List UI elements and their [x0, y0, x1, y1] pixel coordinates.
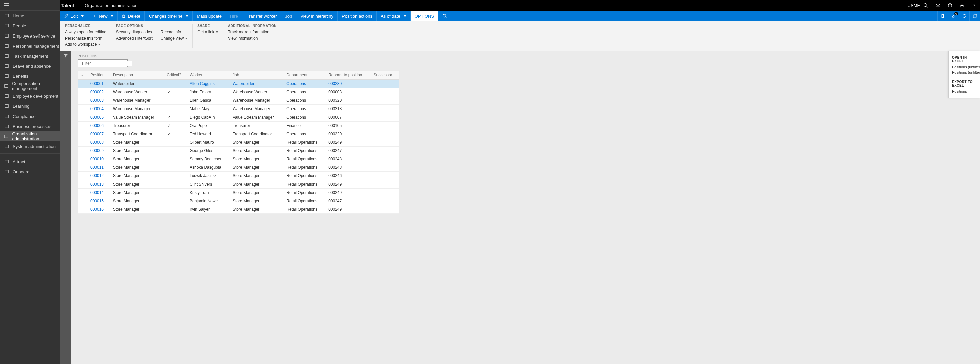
nav-item-personnel-management[interactable]: Personnel management	[0, 41, 60, 51]
nav-item-employee-development[interactable]: Employee development	[0, 91, 60, 101]
track-more-link[interactable]: Track more information	[228, 30, 269, 35]
col-position[interactable]: Position	[88, 71, 110, 80]
refresh-icon[interactable]	[959, 11, 969, 21]
record-info-link[interactable]: Record info	[161, 30, 188, 35]
cell-position[interactable]: 000006	[88, 121, 110, 130]
view-in-hierarchy-button[interactable]: View in hierarchy	[296, 11, 338, 21]
row-checkbox[interactable]	[78, 163, 88, 172]
col-job[interactable]: Job	[230, 71, 284, 80]
cell-reports-to[interactable]: 000280	[326, 80, 371, 88]
col-department[interactable]: Department	[284, 71, 326, 80]
filter-input[interactable]	[82, 61, 132, 65]
add-workspace-link[interactable]: Add to workspace	[65, 42, 107, 46]
messages-icon[interactable]	[932, 0, 944, 11]
help-icon[interactable]: ?	[968, 0, 980, 11]
col-critical[interactable]: Critical?	[164, 71, 187, 80]
edit-button[interactable]: Edit	[60, 11, 88, 21]
row-checkbox[interactable]	[78, 121, 88, 130]
office-icon[interactable]	[937, 11, 948, 21]
row-checkbox[interactable]	[78, 88, 88, 96]
select-all-checkbox[interactable]: ✓	[78, 71, 88, 80]
cell-worker[interactable]: Alton Coggins	[187, 80, 230, 88]
open-excel-link[interactable]: Positions (unfiltered)	[952, 70, 977, 74]
nav-item-home[interactable]: Home	[0, 11, 60, 21]
cell-position[interactable]: 000011	[88, 163, 110, 172]
filter-strip[interactable]	[60, 51, 71, 364]
nav-item-compensation-management[interactable]: Compensation management	[0, 81, 60, 91]
row-checkbox[interactable]	[78, 155, 88, 163]
company-picker[interactable]: USMF	[908, 0, 920, 11]
nav-item-benefits[interactable]: Benefits	[0, 71, 60, 81]
table-row[interactable]: 000004Warehouse ManagerMabel MayWarehous…	[78, 105, 399, 113]
table-row[interactable]: 000016Store ManagerIrvin SalyerStore Man…	[78, 205, 399, 214]
row-checkbox[interactable]	[78, 180, 88, 188]
table-row[interactable]: 000009Store ManagerGeorge GilesStore Man…	[78, 147, 399, 155]
table-row[interactable]: 000002Warehouse Worker✓John EmoryWarehou…	[78, 88, 399, 96]
always-open-link[interactable]: Always open for editing	[65, 30, 107, 35]
cell-position[interactable]: 000007	[88, 130, 110, 138]
advanced-filter-link[interactable]: Advanced Filter/Sort	[116, 36, 153, 40]
changes-timeline-button[interactable]: Changes timeline	[145, 11, 192, 21]
row-checkbox[interactable]	[78, 113, 88, 121]
cell-position[interactable]: 000016	[88, 205, 110, 214]
row-checkbox[interactable]	[78, 96, 88, 105]
transfer-worker-button[interactable]: Transfer worker	[242, 11, 281, 21]
open-excel-link[interactable]: Positions (unfiltered)	[952, 65, 977, 69]
change-view-link[interactable]: Change view	[161, 36, 188, 40]
table-row[interactable]: 000013Store ManagerClint ShiversStore Ma…	[78, 180, 399, 188]
row-checkbox[interactable]	[78, 205, 88, 214]
view-info-link[interactable]: View information	[228, 36, 269, 40]
table-row[interactable]: 000014Store ManagerKristy TranStore Mana…	[78, 188, 399, 197]
nav-item-organization-administration[interactable]: Organization administration	[0, 131, 60, 141]
job-button[interactable]: Job	[281, 11, 296, 21]
row-checkbox[interactable]	[78, 105, 88, 113]
col-reports-to[interactable]: Reports to position	[326, 71, 371, 80]
feedback-icon[interactable]	[944, 0, 956, 11]
security-diagnostics-link[interactable]: Security diagnostics	[116, 30, 153, 35]
nav-item-people[interactable]: People	[0, 21, 60, 31]
table-row[interactable]: 000007Transport Coordinator✓Ted HowardTr…	[78, 130, 399, 138]
row-checkbox[interactable]	[78, 197, 88, 205]
mass-update-button[interactable]: Mass update	[192, 11, 226, 21]
table-row[interactable]: 000011Store ManagerAshoka DasguptaStore …	[78, 163, 399, 172]
ribbon-search-icon[interactable]	[438, 11, 451, 21]
cell-position[interactable]: 000009	[88, 147, 110, 155]
popout-icon[interactable]	[969, 11, 980, 21]
cell-department[interactable]: Operations	[284, 80, 326, 88]
cell-position[interactable]: 000005	[88, 113, 110, 121]
delete-button[interactable]: Delete	[118, 11, 145, 21]
nav-collapse-button[interactable]	[0, 0, 60, 11]
filter-box[interactable]	[78, 59, 128, 67]
nav-item-employee-self-service[interactable]: Employee self service	[0, 31, 60, 41]
table-row[interactable]: 000012Store ManagerLudwik JasinskiStore …	[78, 172, 399, 180]
row-checkbox[interactable]	[78, 172, 88, 180]
search-icon[interactable]	[920, 0, 932, 11]
settings-icon[interactable]	[956, 0, 968, 11]
col-worker[interactable]: Worker	[187, 71, 230, 80]
cell-position[interactable]: 000002	[88, 88, 110, 96]
nav-item-business-processes[interactable]: Business processes	[0, 121, 60, 131]
nav-item-task-management[interactable]: Task management	[0, 51, 60, 61]
nav-item-leave-and-absence[interactable]: Leave and absence	[0, 61, 60, 71]
row-checkbox[interactable]	[78, 147, 88, 155]
table-row[interactable]: 000006Treasurer✓Ora PopeTreasurerFinance…	[78, 121, 399, 130]
table-row[interactable]: 000015Store ManagerBenjamin NowellStore …	[78, 197, 399, 205]
export-excel-link[interactable]: Positions	[952, 89, 977, 93]
table-row[interactable]: 000008Store ManagerGilbert MauroStore Ma…	[78, 138, 399, 147]
table-row[interactable]: 000005Value Stream Manager✓Diego CabÃ¡nV…	[78, 113, 399, 121]
cell-position[interactable]: 000010	[88, 155, 110, 163]
cell-job[interactable]: Waterspider	[230, 80, 284, 88]
row-checkbox[interactable]	[78, 188, 88, 197]
as-of-date-button[interactable]: As of date	[377, 11, 411, 21]
attachments-icon[interactable]: 0	[948, 11, 959, 21]
table-row[interactable]: 000010Store ManagerSammy BoettcherStore …	[78, 155, 399, 163]
nav-item-compliance[interactable]: Compliance	[0, 111, 60, 121]
table-row[interactable]: 000003Warehouse ManagerEllen GascaWareho…	[78, 96, 399, 105]
col-successor[interactable]: Successor	[371, 71, 399, 80]
cell-position[interactable]: 000003	[88, 96, 110, 105]
personalize-form-link[interactable]: Personalize this form	[65, 36, 107, 40]
new-button[interactable]: ＋ New	[88, 11, 118, 21]
row-checkbox[interactable]	[78, 138, 88, 147]
cell-position[interactable]: 000004	[88, 105, 110, 113]
table-row[interactable]: 000001WaterspiderAlton CogginsWaterspide…	[78, 80, 399, 88]
